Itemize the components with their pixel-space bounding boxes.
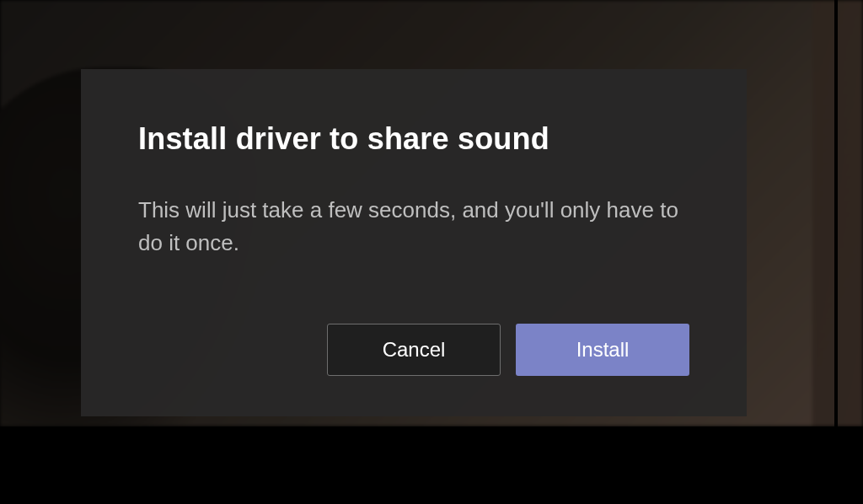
cancel-button[interactable]: Cancel: [327, 324, 501, 376]
install-button[interactable]: Install: [516, 324, 689, 376]
meeting-control-bar: [0, 426, 863, 504]
dialog-actions: Cancel Install: [138, 324, 689, 376]
dialog-title: Install driver to share sound: [138, 121, 689, 157]
install-driver-dialog: Install driver to share sound This will …: [81, 69, 747, 416]
dialog-body: This will just take a few seconds, and y…: [138, 194, 689, 324]
video-tile-divider: [834, 0, 838, 426]
